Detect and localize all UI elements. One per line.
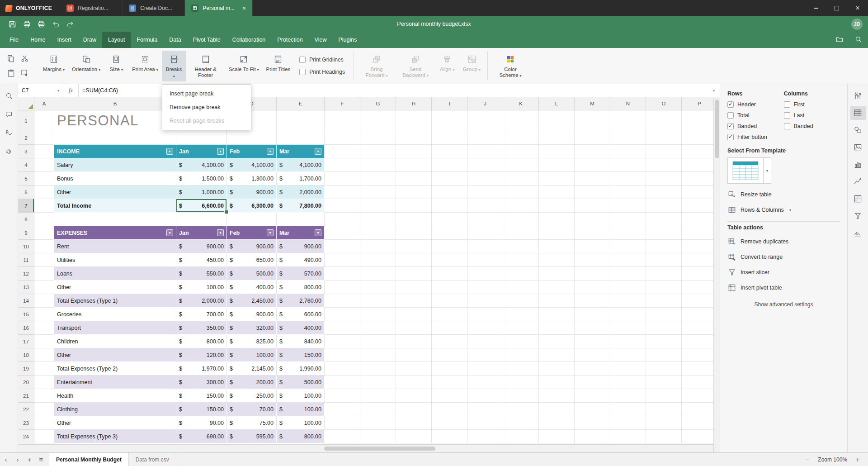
cut-button[interactable] [19, 53, 30, 65]
cell-N15[interactable] [610, 308, 646, 321]
row-header-17[interactable]: 17 [18, 335, 34, 348]
cell-L11[interactable] [539, 253, 575, 267]
cell-K21[interactable] [503, 389, 539, 403]
cell-I9[interactable] [432, 226, 467, 240]
cell-M11[interactable] [575, 253, 610, 267]
cell-D18[interactable]: $100.00 [227, 348, 277, 362]
menu-tab-protection[interactable]: Protection [271, 32, 308, 48]
row-header-5[interactable]: 5 [18, 172, 34, 185]
cell-P24[interactable] [682, 430, 713, 443]
cell-B13[interactable]: Other [54, 281, 176, 294]
cell-A18[interactable] [34, 348, 54, 362]
cell-P18[interactable] [682, 348, 713, 362]
cell-I22[interactable] [432, 403, 467, 416]
filter-button[interactable]: ▾ [166, 148, 173, 155]
cell-M3[interactable] [575, 145, 610, 158]
cell-N24[interactable] [610, 430, 646, 443]
cell-G12[interactable] [360, 267, 396, 281]
column-header-n[interactable]: N [610, 97, 646, 110]
cell-I4[interactable] [432, 158, 467, 172]
cell-B18[interactable]: Other [54, 348, 176, 362]
cell-N6[interactable] [610, 185, 646, 199]
cell-F4[interactable] [325, 158, 360, 172]
cell-A16[interactable] [34, 321, 54, 335]
cell-N2[interactable] [610, 131, 646, 145]
cell-L19[interactable] [539, 362, 575, 376]
cell-E18[interactable]: $150.00 [277, 348, 325, 362]
cell-M14[interactable] [575, 294, 610, 308]
cell-B9[interactable]: EXPENSES▾ [54, 226, 176, 240]
cell-H1[interactable] [396, 110, 432, 131]
cell-P15[interactable] [682, 308, 713, 321]
cell-O11[interactable] [646, 253, 682, 267]
cell-D9[interactable]: Feb▾ [227, 226, 277, 240]
menu-tab-draw[interactable]: Draw [77, 32, 102, 48]
cell-E4[interactable]: $4,100.00 [277, 158, 325, 172]
ribbon-button-print-titles[interactable]: Print Titles [263, 51, 294, 81]
cell-A23[interactable] [34, 416, 54, 430]
cell-J8[interactable] [467, 213, 503, 226]
cell-J16[interactable] [467, 321, 503, 335]
cell-K11[interactable] [503, 253, 539, 267]
quick-print-button[interactable] [34, 18, 48, 30]
cell-B22[interactable]: Clothing [54, 403, 176, 416]
cell-M10[interactable] [575, 240, 610, 253]
row-header-8[interactable]: 8 [18, 213, 34, 226]
cell-P23[interactable] [682, 416, 713, 430]
cell-E10[interactable]: $900.00 [277, 240, 325, 253]
cell-N22[interactable] [610, 403, 646, 416]
cell-M16[interactable] [575, 321, 610, 335]
menu-tab-layout[interactable]: Layout [102, 32, 131, 48]
menu-tab-data[interactable]: Data [163, 32, 187, 48]
cell-L21[interactable] [539, 389, 575, 403]
cell-G20[interactable] [360, 376, 396, 389]
cell-L15[interactable] [539, 308, 575, 321]
row-header-24[interactable]: 24 [18, 430, 34, 443]
row-header-15[interactable]: 15 [18, 308, 34, 321]
cell-N16[interactable] [610, 321, 646, 335]
cell-K3[interactable] [503, 145, 539, 158]
cell-G14[interactable] [360, 294, 396, 308]
checkbox-banded[interactable]: Banded [727, 123, 784, 129]
cell-I14[interactable] [432, 294, 467, 308]
cell-A12[interactable] [34, 267, 54, 281]
menu-tab-home[interactable]: Home [24, 32, 51, 48]
cell-B15[interactable]: Groceries [54, 308, 176, 321]
cell-A5[interactable] [34, 172, 54, 185]
cell-L8[interactable] [539, 213, 575, 226]
cell-A20[interactable] [34, 376, 54, 389]
cell-E12[interactable]: $570.00 [277, 267, 325, 281]
cell-K23[interactable] [503, 416, 539, 430]
cell-J14[interactable] [467, 294, 503, 308]
cell-J10[interactable] [467, 240, 503, 253]
cell-C19[interactable]: $1,970.00 [176, 362, 227, 376]
minimize-button[interactable] [806, 0, 826, 16]
column-header-p[interactable]: P [682, 97, 713, 110]
document-tab-personal-m[interactable]: Personal m...× [185, 0, 253, 16]
cell-F13[interactable] [325, 281, 360, 294]
cell-P4[interactable] [682, 158, 713, 172]
cell-P2[interactable] [682, 131, 713, 145]
cell-H7[interactable] [396, 199, 432, 213]
cell-I15[interactable] [432, 308, 467, 321]
cell-J18[interactable] [467, 348, 503, 362]
cell-C21[interactable]: $150.00 [176, 389, 227, 403]
remove-duplicates-button[interactable]: Remove duplicates [727, 237, 840, 246]
cell-H19[interactable] [396, 362, 432, 376]
cell-M24[interactable] [575, 430, 610, 443]
cell-I18[interactable] [432, 348, 467, 362]
cell-B12[interactable]: Loans [54, 267, 176, 281]
cell-A24[interactable] [34, 430, 54, 443]
cell-F14[interactable] [325, 294, 360, 308]
cell-J19[interactable] [467, 362, 503, 376]
cell-I1[interactable] [432, 110, 467, 131]
cell-N19[interactable] [610, 362, 646, 376]
cell-G18[interactable] [360, 348, 396, 362]
cell-G9[interactable] [360, 226, 396, 240]
cell-D2[interactable] [227, 131, 277, 145]
cell-K20[interactable] [503, 376, 539, 389]
cell-C2[interactable] [176, 131, 227, 145]
cell-M20[interactable] [575, 376, 610, 389]
row-header-4[interactable]: 4 [18, 158, 34, 172]
cell-O10[interactable] [646, 240, 682, 253]
